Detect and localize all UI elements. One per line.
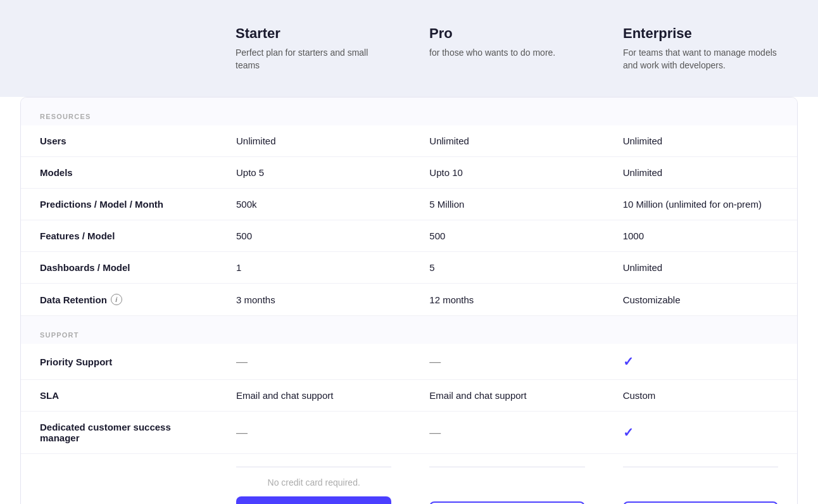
table-row: Priority Support — — ✓ — [21, 344, 797, 380]
starter-users: Unlimited — [217, 125, 410, 157]
enterprise-csm: ✓ — [604, 412, 797, 454]
plans-row: Starter Perfect plan for starters and sm… — [20, 13, 798, 84]
divider — [236, 467, 391, 467]
get-custom-pricing-button[interactable]: Get custom pricing → — [623, 501, 778, 504]
feature-dashboards: Dashboards / Model — [21, 252, 217, 284]
check-icon: ✓ — [623, 425, 634, 440]
starter-retention: 3 months — [217, 284, 410, 316]
starter-plan-desc: Perfect plan for starters and small team… — [236, 47, 391, 72]
enterprise-predictions: 10 Million (unlimited for on-prem) — [604, 189, 797, 220]
check-icon: ✓ — [623, 354, 634, 369]
table-row: Dedicated customer success manager — — ✓ — [21, 412, 797, 454]
request-demo-button[interactable]: Request a demo → — [429, 501, 584, 504]
starter-priority-support: — — [217, 344, 410, 380]
divider — [623, 467, 778, 467]
pro-sla: Email and chat support — [410, 380, 603, 412]
dash-icon: — — [236, 426, 248, 439]
no-credit-text: No credit card required. — [236, 477, 391, 488]
table-row: SLA Email and chat support Email and cha… — [21, 380, 797, 412]
pro-csm: — — [410, 412, 603, 454]
starter-plan-name: Starter — [236, 25, 391, 42]
plan-enterprise-header: Enterprise For teams that want to manage… — [604, 13, 798, 84]
pricing-page: Starter Perfect plan for starters and sm… — [0, 0, 818, 504]
starter-features: 500 — [217, 220, 410, 252]
feature-models: Models — [21, 157, 217, 189]
start-for-free-button[interactable]: Start for Free → — [236, 496, 391, 504]
starter-models: Upto 5 — [217, 157, 410, 189]
table-row: Predictions / Model / Month 500k 5 Milli… — [21, 189, 797, 220]
enterprise-models: Unlimited — [604, 157, 797, 189]
table-row: Dashboards / Model 1 5 Unlimited — [21, 252, 797, 284]
enterprise-cta-col: Get custom pricing → — [604, 454, 797, 504]
table-row: Data Retention i 3 months 12 months Cust… — [21, 284, 797, 316]
feature-dedicated-csm: Dedicated customer success manager — [21, 412, 217, 454]
enterprise-plan-desc: For teams that want to manage models and… — [623, 47, 779, 72]
resources-section-header: RESOURCES — [21, 98, 797, 125]
support-section-header: SUPPORT — [21, 316, 797, 344]
feature-users: Users — [21, 125, 217, 157]
starter-predictions: 500k — [217, 189, 410, 220]
enterprise-retention: Customizable — [604, 284, 797, 316]
feature-predictions: Predictions / Model / Month — [21, 189, 217, 220]
cta-row: No credit card required. Start for Free … — [21, 454, 797, 504]
resources-label: RESOURCES — [21, 98, 797, 125]
pro-models: Upto 10 — [410, 157, 603, 189]
divider — [429, 467, 584, 467]
pro-plan-desc: for those who wants to do more. — [429, 47, 585, 60]
starter-csm: — — [217, 412, 410, 454]
table-row: Features / Model 500 500 1000 — [21, 220, 797, 252]
pro-features: 500 — [410, 220, 603, 252]
dash-icon: — — [429, 355, 441, 369]
starter-dashboards: 1 — [217, 252, 410, 284]
table-row: Models Upto 5 Upto 10 Unlimited — [21, 157, 797, 189]
feature-features-model: Features / Model — [21, 220, 217, 252]
pro-retention: 12 months — [410, 284, 603, 316]
starter-cta-col: No credit card required. Start for Free … — [217, 454, 410, 504]
feature-sla: SLA — [21, 380, 217, 412]
plan-starter-header: Starter Perfect plan for starters and sm… — [217, 13, 410, 84]
dash-icon: — — [429, 426, 441, 439]
enterprise-priority-support: ✓ — [604, 344, 797, 380]
enterprise-sla: Custom — [604, 380, 797, 412]
data-retention-info-icon[interactable]: i — [111, 294, 122, 305]
dash-icon: — — [236, 355, 248, 369]
col-empty — [20, 13, 217, 84]
enterprise-users: Unlimited — [604, 125, 797, 157]
cta-empty-col — [21, 454, 217, 504]
enterprise-plan-name: Enterprise — [623, 25, 779, 42]
starter-sla: Email and chat support — [217, 380, 410, 412]
pricing-table: RESOURCES Users Unlimited Unlimited Unli… — [20, 97, 798, 504]
table-row: Users Unlimited Unlimited Unlimited — [21, 125, 797, 157]
pro-plan-name: Pro — [429, 25, 585, 42]
plans-header: Starter Perfect plan for starters and sm… — [0, 0, 818, 97]
enterprise-features: 1000 — [604, 220, 797, 252]
pro-dashboards: 5 — [410, 252, 603, 284]
pro-priority-support: — — [410, 344, 603, 380]
pro-users: Unlimited — [410, 125, 603, 157]
enterprise-dashboards: Unlimited — [604, 252, 797, 284]
feature-data-retention: Data Retention i — [21, 284, 217, 316]
support-label: SUPPORT — [21, 316, 797, 344]
feature-priority-support: Priority Support — [21, 344, 217, 380]
pro-predictions: 5 Million — [410, 189, 603, 220]
pro-cta-col: Request a demo → — [410, 454, 603, 504]
plan-pro-header: Pro for those who wants to do more. — [410, 13, 604, 84]
